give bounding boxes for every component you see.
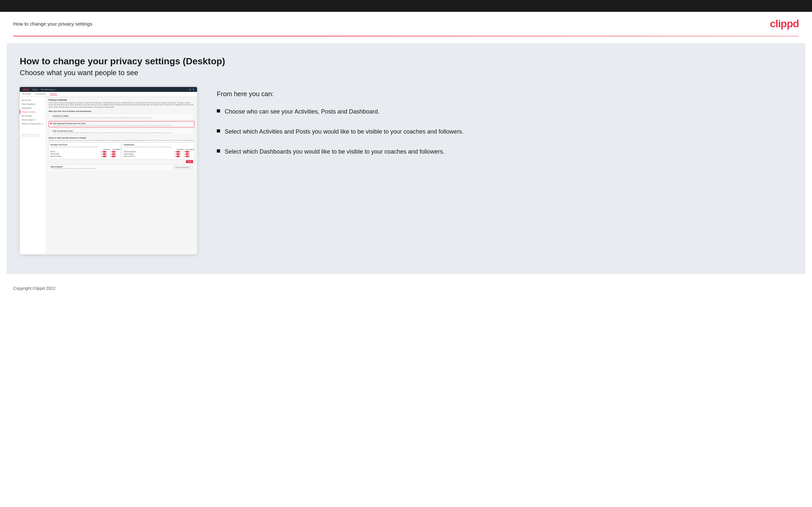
logo: clippd — [770, 18, 799, 30]
mini-toggle-row-rounds: Rounds ON ON — [50, 151, 119, 153]
mini-privacy-controls-desc: Control how you and your data appears to… — [49, 102, 195, 108]
mini-toggle-row-what-to-work: What To Work On ON ON — [124, 156, 193, 157]
mini-toggle-header-dashboards: COACHES FOLLOWERS — [124, 149, 193, 150]
mini-toggle-header-activities: COACHES FOLLOWERS — [50, 149, 119, 150]
mini-nav: clippd Home My Performance ⌕ ⊞ 👤 — [20, 87, 197, 92]
mini-nav-home: Home — [33, 89, 38, 91]
mini-toggle-what-followers: ON — [184, 156, 193, 157]
mini-radio-approved: Only Approved Followers and Your Coach O… — [49, 121, 195, 127]
chevron-right-icon: › — [43, 99, 44, 101]
mini-activities-col: Activities and Posts Select the types of… — [49, 143, 121, 159]
mini-sidebar-item-subscription: Subscription › — [20, 106, 46, 110]
coaches-label-d: COACHES — [176, 149, 184, 150]
main-content: How to change your privacy settings (Des… — [7, 43, 805, 274]
mini-show-hide-title: Show or hide specific features in Clippd — [49, 137, 195, 139]
bullet-square-2 — [217, 129, 220, 132]
header-divider — [13, 36, 799, 37]
mini-main-content: Privacy Controls Control how you and you… — [46, 97, 197, 254]
chevron-right-icon: › — [43, 111, 44, 113]
player-dashboard-label: Player Dashboard — [124, 151, 174, 153]
mini-toggle-rounds-coaches: ON — [101, 151, 110, 153]
mini-radio-circle-3 — [50, 130, 52, 132]
mini-toggle-rounds-followers: ON — [110, 151, 119, 153]
mini-help-sub: Visit the Clippd community to troublesho… — [51, 168, 96, 169]
user-icon: 👤 — [192, 88, 195, 91]
mini-save-row: Save — [49, 159, 195, 164]
page-heading: How to change your privacy settings (Des… — [20, 56, 792, 67]
mini-toggle-row-player: Player Dashboard ON ON — [124, 151, 193, 153]
header: How to change your privacy settings clip… — [0, 12, 812, 36]
practice-drills-label: Practice Drills — [50, 153, 101, 155]
mini-toggle-cols: Activities and Posts Select the types of… — [49, 143, 195, 159]
bullet-item-2: Select which Activities and Posts you wo… — [217, 128, 792, 136]
mini-toggle-manual-coaches: ON — [101, 156, 110, 157]
chevron-right-icon: › — [43, 115, 44, 117]
bullet-item-3: Select which Dashboards you would like t… — [217, 148, 792, 156]
mini-nav-my-performance: My Performance — [41, 89, 55, 91]
mini-community-btn: Visit Our Community ↗ — [173, 166, 193, 169]
mini-who-can-see-title: Who Can See Your Activities and Dashboar… — [49, 110, 195, 112]
manual-activities-label: Manual Activities — [50, 156, 101, 157]
mini-save-btn: Save — [186, 160, 193, 163]
mini-tab-my-profile: My Profile — [22, 93, 31, 96]
mini-toggle-player-followers: ON — [184, 151, 193, 153]
mini-radio-circle-2 — [50, 123, 52, 124]
mini-sidebar-item-data-integrations: Data Integrations › — [20, 102, 46, 106]
copyright: Copyright Clippd 2022 — [13, 286, 55, 291]
mini-toggles-section: Show or hide specific features in Clippd… — [49, 137, 195, 164]
bullet-square-1 — [217, 109, 220, 113]
mini-nav-left: clippd Home My Performance — [22, 88, 55, 91]
mini-toggle-manual-followers: ON — [110, 156, 119, 157]
bullet-text-1: Choose who can see your Activities, Post… — [225, 108, 379, 116]
mini-privacy-controls-title: Privacy Controls — [49, 99, 195, 101]
mini-sidebar-item-privacy-controls: Privacy Controls › — [20, 110, 46, 114]
mini-show-hide-desc: Regardless of the privacy controls that … — [49, 139, 195, 141]
what-to-work-label: What To Work On — [124, 156, 174, 157]
mini-body: My Account › Data Integrations › Subscri… — [20, 97, 197, 254]
footer: Copyright Clippd 2022 — [0, 281, 812, 296]
bullet-list: Choose who can see your Activities, Post… — [217, 108, 792, 156]
mini-sidebar-item-my-golf-bag: My Golf Bag › — [20, 114, 46, 118]
mini-tab-connections: Connections — [35, 93, 46, 96]
screenshot-container: clippd Home My Performance ⌕ ⊞ 👤 My Prof… — [20, 87, 197, 254]
mini-sidebar-version: Clippd Client Version: 2022.8.2SQL Serve… — [20, 132, 46, 138]
page-subheading: Choose what you want people to see — [20, 69, 792, 77]
followers-label: FOLLOWERS — [112, 149, 119, 150]
rounds-label: Rounds — [50, 151, 101, 153]
from-here-label: From here you can: — [217, 90, 792, 98]
content-row: clippd Home My Performance ⌕ ⊞ 👤 My Prof… — [20, 87, 792, 254]
right-panel: From here you can: Choose who can see yo… — [217, 87, 792, 156]
bullet-text-3: Select which Dashboards you would like t… — [225, 148, 445, 156]
mini-radio-everyone: Everyone on Clippd Everyone on Clippd ca… — [49, 114, 195, 120]
mini-tab-settings: Settings — [50, 93, 57, 96]
mini-dashboards-col: Dashboards Select the types of activity … — [122, 143, 195, 159]
chevron-right-icon: › — [43, 107, 44, 109]
followers-label-d: FOLLOWERS — [186, 149, 193, 150]
mini-toggle-row-practice: Practice Drills ON ON — [50, 153, 119, 155]
header-title: How to change your privacy settings — [13, 21, 92, 26]
mini-radio-circle-1 — [50, 115, 52, 117]
mini-radio-only-you: Only You and Your Coach Only you and the… — [49, 129, 195, 135]
mini-radio-desc-2: Only approved followers and coaches you … — [53, 124, 173, 126]
mini-sidebar-item-my-account: My Account › — [20, 98, 46, 102]
bullet-item-1: Choose who can see your Activities, Post… — [217, 108, 792, 116]
bullet-text-2: Select which Activities and Posts you wo… — [225, 128, 463, 136]
mini-sidebar: My Account › Data Integrations › Subscri… — [20, 97, 46, 254]
top-bar — [0, 0, 812, 12]
mini-help-section: Help & Support Visit the Clippd communit… — [49, 164, 195, 171]
mini-toggle-practice-coaches: ON — [101, 153, 110, 155]
mini-dashboards-title: Dashboards — [124, 144, 193, 146]
chevron-right-icon: › — [43, 103, 44, 105]
mini-sub-nav: My Profile Connections Settings — [20, 92, 197, 97]
mini-activities-title: Activities and Posts — [50, 144, 119, 146]
mini-radio-desc-3: Only you and the coaches you connect wit… — [53, 132, 173, 133]
mini-app: clippd Home My Performance ⌕ ⊞ 👤 My Prof… — [20, 87, 197, 254]
mini-sidebar-item-service-privacy: Service & Privacy Policy ↗ — [20, 122, 46, 126]
coaches-label: COACHES — [103, 149, 110, 150]
mini-toggle-what-coaches: ON — [174, 156, 184, 157]
mini-toggle-row-round-insights: Round Insights ON ON — [124, 153, 193, 155]
mini-toggle-practice-followers: ON — [110, 153, 119, 155]
mini-toggle-round-followers: ON — [184, 153, 193, 155]
mini-sidebar-item-help-support: Help & Support ↗ — [20, 118, 46, 122]
mini-activities-desc: Select the types of activity that you'd … — [50, 146, 119, 148]
